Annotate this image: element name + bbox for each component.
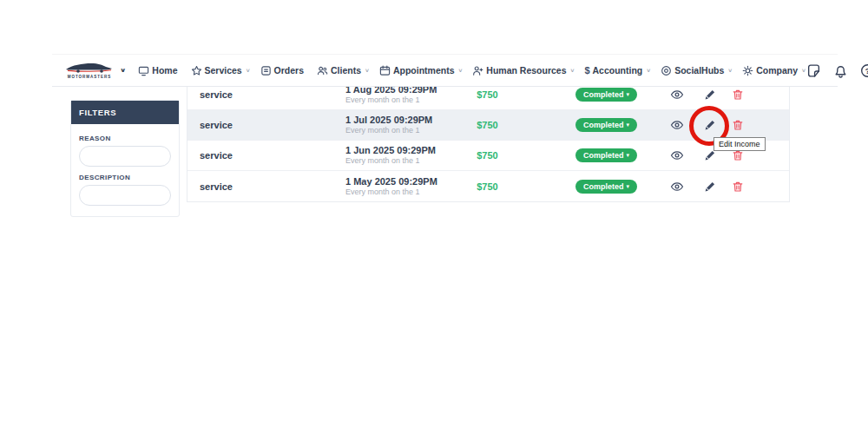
status-badge[interactable]: Completed ▾ (575, 118, 637, 132)
status-badge[interactable]: Completed ▾ (575, 148, 637, 162)
description-input[interactable] (79, 185, 171, 206)
pencil-icon (704, 119, 716, 131)
income-date-cell: 1 May 2025 09:29PM Every month on the 1 (345, 176, 437, 197)
monitor-icon (138, 65, 149, 76)
nav-item-label: Orders (274, 65, 304, 76)
chevron-down-icon: ∨ (246, 68, 251, 74)
top-navbar: MOTORMASTERS ∨ Home Services ∨ Orders (52, 54, 838, 87)
view-income-button[interactable] (669, 87, 685, 102)
help-icon[interactable]: ? (860, 62, 868, 78)
nav-item-socialhubs[interactable]: SocialHubs ∨ (661, 65, 733, 76)
nav-item-clients[interactable]: Clients ∨ (317, 65, 370, 76)
delete-income-button[interactable] (730, 87, 746, 102)
reason-input[interactable] (79, 146, 171, 167)
nav-item-appointments[interactable]: Appointments ∨ (379, 65, 463, 76)
chevron-down-icon: ∨ (801, 68, 806, 74)
income-date: 1 Jun 2025 09:29PM (345, 145, 436, 156)
chevron-down-icon: ▾ (627, 183, 630, 190)
bell-icon[interactable] (833, 62, 849, 78)
income-amount: $750 (450, 181, 524, 192)
chevron-down-icon: ∨ (646, 68, 651, 74)
dollar-icon (584, 65, 589, 76)
income-amount: $750 (450, 120, 524, 130)
trash-icon (732, 181, 744, 193)
pencil-icon (704, 89, 716, 101)
status-cell: Completed ▾ (552, 88, 661, 102)
eye-icon (670, 148, 684, 162)
nav-item-label: Home (152, 65, 177, 76)
reason-label: REASON (79, 135, 171, 142)
notes-icon[interactable] (806, 62, 822, 78)
income-amount: $750 (450, 150, 524, 161)
nav-item-label: Clients (331, 65, 361, 76)
car-logo-icon (64, 62, 115, 74)
view-income-button[interactable] (669, 179, 685, 194)
chevron-down-icon: ∨ (457, 68, 463, 74)
calendar-icon (379, 65, 391, 76)
description-label: DESCRIPTION (79, 174, 171, 181)
status-label: Completed (583, 121, 624, 129)
nav-item-services[interactable]: Services ∨ (191, 65, 251, 76)
chevron-down-icon: ∨ (570, 68, 575, 74)
chevron-down-icon: ▾ (627, 91, 630, 98)
page: MOTORMASTERS ∨ Home Services ∨ Orders (0, 0, 868, 434)
status-label: Completed (583, 182, 624, 191)
pencil-icon (704, 149, 716, 161)
income-name: service (200, 120, 233, 130)
nav-item-human-resources[interactable]: Human Resources ∨ (472, 65, 575, 76)
delete-income-button[interactable] (730, 179, 746, 194)
person-icon (472, 65, 483, 76)
edit-income-button[interactable] (702, 117, 718, 133)
nav-item-accounting[interactable]: Accounting ∨ (584, 65, 651, 76)
navbar-right-icons: ? (806, 59, 868, 82)
chevron-down-icon: ▾ (627, 152, 630, 159)
status-badge[interactable]: Completed ▾ (575, 180, 637, 194)
chevron-down-icon: ▾ (627, 122, 630, 128)
income-amount: $750 (450, 89, 524, 100)
table-row: service 1 May 2025 09:29PM Every month o… (187, 171, 789, 201)
nav-item-home[interactable]: Home (138, 65, 181, 76)
filters-panel: FILTERS REASON DESCRIPTION (70, 100, 180, 217)
chevron-down-icon: ∨ (727, 68, 733, 74)
status-label: Completed (583, 90, 624, 99)
nav-item-label: Services (205, 65, 242, 76)
status-badge[interactable]: Completed ▾ (575, 88, 637, 102)
chevron-down-icon[interactable]: ∨ (120, 68, 126, 74)
eye-icon (670, 88, 684, 102)
nav-item-company[interactable]: Company ∨ (742, 65, 806, 76)
nav-item-label: Accounting (593, 65, 643, 76)
income-date-cell: 1 Jun 2025 09:29PM Every month on the 1 (345, 145, 436, 166)
edit-income-button[interactable] (702, 87, 718, 102)
people-icon (317, 65, 328, 76)
trash-icon (732, 119, 744, 131)
income-name: service (200, 181, 233, 192)
eye-icon (670, 118, 684, 132)
brand-name: MOTORMASTERS (68, 75, 112, 79)
income-recurrence: Every month on the 1 (345, 126, 432, 135)
table-row: service 1 Jun 2025 09:29PM Every month o… (187, 141, 789, 171)
filters-body: REASON DESCRIPTION (71, 124, 179, 206)
nav-item-label: Appointments (393, 65, 455, 76)
globe-icon (661, 65, 672, 76)
edit-income-tooltip: Edit Income (713, 137, 766, 151)
income-name: service (200, 89, 233, 100)
trash-icon (732, 89, 744, 101)
status-cell: Completed ▾ (552, 148, 661, 162)
income-date: 1 May 2025 09:29PM (345, 176, 437, 187)
delete-income-button[interactable] (730, 117, 746, 133)
brand-logo[interactable]: MOTORMASTERS ∨ (64, 62, 126, 79)
income-table: service 1 Aug 2025 09:29PM Every month o… (187, 80, 790, 202)
income-recurrence: Every month on the 1 (345, 95, 437, 105)
nav-item-orders[interactable]: Orders (260, 65, 307, 76)
logo: MOTORMASTERS (64, 62, 115, 79)
edit-income-button[interactable] (702, 179, 718, 194)
nav-item-label: SocialHubs (674, 65, 724, 76)
gear-icon (742, 65, 753, 76)
income-date-cell: 1 Jul 2025 09:29PM Every month on the 1 (345, 115, 432, 135)
chevron-down-icon: ∨ (365, 68, 370, 74)
nav-item-label: Company (756, 65, 798, 76)
main-nav: Home Services ∨ Orders Clients ∨ Appoint… (138, 65, 806, 76)
pencil-icon (704, 181, 716, 193)
view-income-button[interactable] (669, 148, 685, 163)
view-income-button[interactable] (669, 117, 685, 133)
